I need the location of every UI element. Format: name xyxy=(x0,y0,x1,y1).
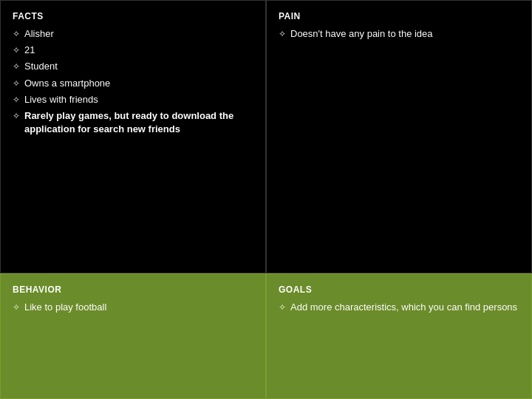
list-item: ✧ Owns a smartphone xyxy=(13,77,253,90)
list-item: ✧ Like to play football xyxy=(13,301,253,314)
goals-title: GOALS xyxy=(279,284,519,295)
behavior-quadrant: BEHAVIOR ✧ Like to play football xyxy=(0,273,266,399)
diamond-icon: ✧ xyxy=(13,301,20,314)
item-text: Rarely play games, but ready to download… xyxy=(24,109,253,136)
item-text: Owns a smartphone xyxy=(24,77,253,90)
facts-title: FACTS xyxy=(13,11,253,21)
goals-quadrant: GOALS ✧ Add more characteristics, which … xyxy=(266,273,532,399)
diamond-icon: ✧ xyxy=(13,78,20,90)
diamond-icon: ✧ xyxy=(13,110,20,123)
item-text: Alisher xyxy=(24,27,253,41)
diamond-icon: ✧ xyxy=(13,61,20,73)
facts-quadrant: FACTS ✧ Alisher ✧ 21 ✧ Student ✧ Owns a … xyxy=(0,0,266,273)
diamond-icon: ✧ xyxy=(13,94,20,106)
pain-quadrant: PAIN ✧ Doesn't have any pain to the idea xyxy=(266,0,532,273)
bottom-section: BEHAVIOR ✧ Like to play football GOALS ✧… xyxy=(0,273,532,399)
list-item: ✧ Alisher xyxy=(13,27,253,41)
diamond-icon: ✧ xyxy=(279,301,286,314)
item-text: Doesn't have any pain to the idea xyxy=(290,27,519,41)
pain-title: PAIN xyxy=(279,11,519,21)
list-item: ✧ Lives with friends xyxy=(13,93,253,106)
item-text: Add more characteristics, which you can … xyxy=(290,301,519,314)
item-text: Like to play football xyxy=(24,301,253,314)
top-section: FACTS ✧ Alisher ✧ 21 ✧ Student ✧ Owns a … xyxy=(0,0,532,273)
diamond-icon: ✧ xyxy=(13,28,20,41)
list-item: ✧ Rarely play games, but ready to downlo… xyxy=(13,109,253,136)
diamond-icon: ✧ xyxy=(13,44,20,57)
list-item: ✧ Student xyxy=(13,60,253,73)
list-item: ✧ Add more characteristics, which you ca… xyxy=(279,301,519,314)
item-text: Lives with friends xyxy=(24,93,253,106)
diamond-icon: ✧ xyxy=(279,28,286,41)
list-item: ✧ Doesn't have any pain to the idea xyxy=(279,27,519,41)
behavior-title: BEHAVIOR xyxy=(13,284,253,295)
persona-grid: FACTS ✧ Alisher ✧ 21 ✧ Student ✧ Owns a … xyxy=(0,0,532,399)
item-text: Student xyxy=(24,60,253,73)
list-item: ✧ 21 xyxy=(13,44,253,57)
item-text: 21 xyxy=(24,44,253,57)
